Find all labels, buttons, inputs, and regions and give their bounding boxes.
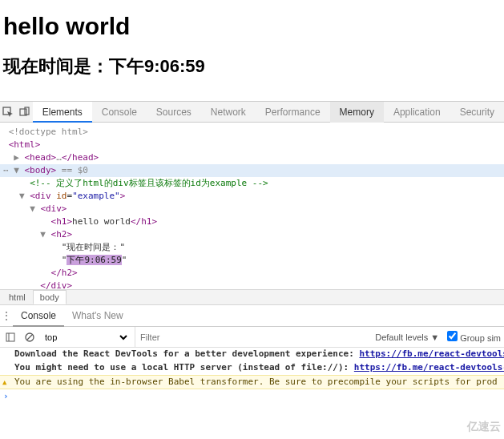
console-toolbar: top Default levels ▼ Group sim bbox=[0, 327, 504, 348]
tab-network[interactable]: Network bbox=[201, 102, 256, 123]
tab-sources[interactable]: Sources bbox=[147, 102, 201, 123]
group-similar-checkbox[interactable]: Group sim bbox=[444, 331, 501, 343]
console-log: Download the React DevTools for a better… bbox=[0, 348, 504, 404]
tab-performance[interactable]: Performance bbox=[256, 102, 330, 123]
page-heading: hello world bbox=[3, 13, 501, 40]
log-row-warning: You are using the in-browser Babel trans… bbox=[0, 375, 504, 389]
tab-console[interactable]: Console bbox=[92, 102, 147, 123]
device-toggle-icon[interactable] bbox=[16, 102, 32, 123]
time-value: 下午9:06:59 bbox=[109, 56, 205, 76]
page-time: 现在时间是：下午9:06:59 bbox=[3, 54, 501, 79]
filter-input[interactable] bbox=[135, 327, 279, 348]
doctype-node: <!doctype html> bbox=[9, 127, 88, 137]
watermark: 亿速云 bbox=[467, 420, 501, 434]
tab-memory[interactable]: Memory bbox=[330, 102, 384, 123]
svg-rect-3 bbox=[6, 333, 14, 341]
crumb-html[interactable]: html bbox=[2, 290, 33, 304]
time-label: 现在时间是： bbox=[3, 56, 109, 76]
devtools-panel: Elements Console Sources Network Perform… bbox=[0, 101, 504, 404]
react-devtools-link-2[interactable]: https://fb.me/react-devtools- bbox=[354, 362, 504, 373]
page-content: hello world 现在时间是：下午9:06:59 bbox=[0, 0, 504, 101]
drawer-tabs: ⋮ Console What's New bbox=[0, 305, 504, 327]
crumb-body[interactable]: body bbox=[33, 290, 67, 304]
log-row: You might need to use a local HTTP serve… bbox=[0, 361, 504, 375]
body-node[interactable]: <body> == $0 bbox=[0, 164, 504, 177]
drawer-tab-console[interactable]: Console bbox=[13, 305, 64, 327]
comment-node: <!-- 定义了html的div标签且该标签的id为example --> bbox=[30, 178, 268, 188]
log-levels-select[interactable]: Default levels ▼ bbox=[375, 332, 439, 342]
breadcrumb: html body bbox=[0, 289, 504, 305]
drawer-tab-whatsnew[interactable]: What's New bbox=[64, 305, 131, 327]
clear-console-icon[interactable] bbox=[22, 330, 37, 344]
console-sidebar-toggle-icon[interactable] bbox=[3, 330, 18, 344]
dom-tree[interactable]: <!doctype html> <html> ▶ <head>…</head> … bbox=[0, 123, 504, 289]
svg-line-6 bbox=[27, 335, 32, 340]
devtools-tabbar: Elements Console Sources Network Perform… bbox=[0, 102, 504, 123]
console-prompt[interactable]: › bbox=[0, 389, 504, 404]
react-devtools-link[interactable]: https://fb.me/react-devtools bbox=[359, 348, 504, 359]
tab-security[interactable]: Security bbox=[450, 102, 504, 123]
log-row: Download the React DevTools for a better… bbox=[0, 348, 504, 361]
highlighted-text: 下午9:06:59 bbox=[67, 255, 121, 265]
tab-elements[interactable]: Elements bbox=[33, 102, 92, 123]
drawer-menu-icon[interactable]: ⋮ bbox=[0, 310, 13, 321]
inspect-icon[interactable] bbox=[0, 102, 16, 123]
tab-application[interactable]: Application bbox=[384, 102, 450, 123]
context-select[interactable]: top bbox=[42, 332, 130, 343]
